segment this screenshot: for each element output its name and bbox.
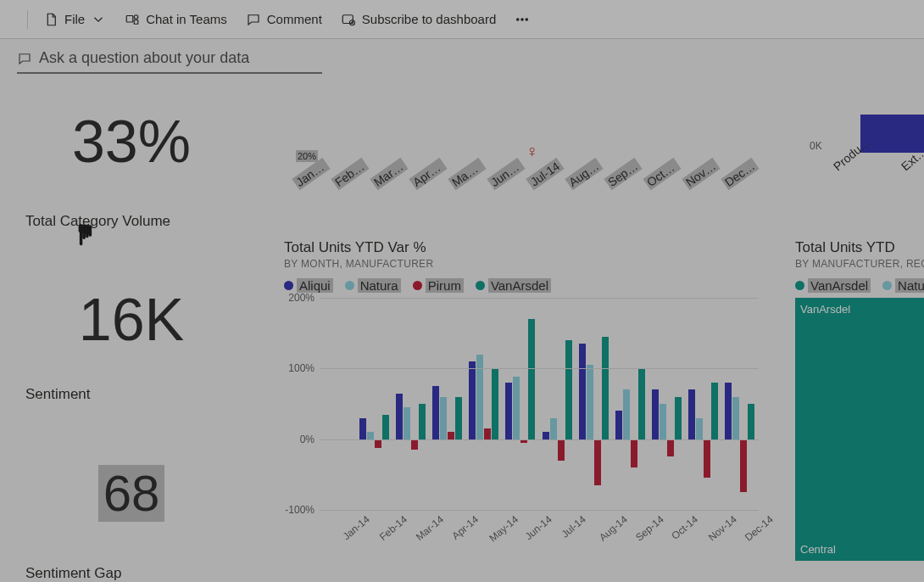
kpi-category-volume[interactable]: 33% Total Category Volume — [25, 108, 237, 230]
bar[interactable] — [667, 439, 674, 457]
bar[interactable] — [725, 383, 732, 439]
file-icon — [43, 12, 58, 27]
bar[interactable] — [375, 439, 381, 448]
subscribe-button[interactable]: Subscribe to dashboard — [341, 12, 496, 27]
bar[interactable] — [476, 355, 483, 439]
bar[interactable] — [505, 383, 512, 439]
x-tick: Feb-14 — [377, 513, 409, 543]
legend-item[interactable]: Pirum — [413, 278, 464, 293]
chart-subtitle: BY MANUFACTURER, REG… — [795, 258, 924, 270]
slicer-month[interactable]: May-… — [448, 158, 486, 190]
svg-point-5 — [521, 18, 523, 20]
treemap-tile-header[interactable]: Total Units YTD BY MANUFACTURER, REG… Va… — [795, 239, 924, 293]
bar[interactable] — [396, 394, 403, 439]
bar[interactable] — [732, 397, 739, 439]
slicer-month[interactable]: Sep-14 — [604, 158, 642, 190]
bar[interactable] — [558, 439, 565, 461]
svg-point-4 — [517, 18, 519, 20]
bar[interactable] — [565, 340, 572, 439]
slicer-month[interactable]: Jul-14 — [526, 158, 564, 190]
kpi-title: Sentiment Gap — [25, 565, 237, 582]
bar[interactable] — [469, 361, 476, 439]
chart-subtitle: BY MONTH, MANUFACTURER — [284, 258, 776, 270]
legend-item[interactable]: Natura — [882, 278, 924, 293]
legend-item[interactable]: Natura — [345, 278, 401, 293]
legend-label: Aliqui — [297, 278, 333, 293]
bar[interactable] — [404, 407, 410, 439]
qna-input[interactable]: Ask a question about your data — [17, 49, 322, 74]
chat-teams-button[interactable]: Chat in Teams — [125, 12, 227, 27]
bar-group — [576, 298, 612, 510]
slicer-month[interactable]: Oct-14 — [643, 158, 681, 190]
legend-item[interactable]: VanArsdel — [795, 278, 871, 293]
kpi-sentiment[interactable]: 16K Sentiment — [25, 286, 237, 403]
slicer-month[interactable]: Apr-14 — [409, 158, 447, 190]
command-bar: File Chat in Teams Comment Subscribe to … — [0, 0, 924, 39]
bar[interactable] — [359, 418, 366, 439]
slicer-axis-label: 20% — [296, 150, 318, 162]
bar[interactable] — [411, 439, 418, 450]
bar[interactable] — [448, 432, 454, 439]
svg-rect-2 — [342, 14, 353, 23]
bar[interactable] — [367, 432, 374, 439]
bar[interactable] — [602, 337, 609, 439]
bar[interactable] — [594, 439, 601, 485]
legend-swatch — [345, 281, 354, 290]
slicer-month[interactable]: Dec-14 — [721, 158, 759, 190]
bar[interactable] — [382, 415, 389, 439]
legend-item[interactable]: Aliqui — [284, 278, 333, 293]
bar[interactable] — [638, 368, 645, 439]
file-menu[interactable]: File — [43, 12, 106, 27]
goal-marker-icon: ♀ — [526, 142, 538, 161]
bar[interactable] — [631, 439, 637, 467]
bar[interactable] — [492, 368, 498, 439]
kpi-sentiment-gap[interactable]: 68 Sentiment Gap — [25, 464, 237, 582]
more-options-button[interactable] — [515, 12, 530, 27]
bar[interactable] — [740, 439, 747, 493]
bar[interactable] — [587, 365, 593, 439]
bar[interactable] — [623, 389, 630, 439]
bar[interactable] — [660, 404, 666, 439]
treemap-body[interactable]: VanArsdel Central — [795, 298, 924, 561]
bar[interactable] — [688, 389, 695, 439]
kpi-value: 33% — [25, 108, 237, 176]
bar[interactable] — [440, 397, 447, 439]
comment-button[interactable]: Comment — [246, 12, 322, 27]
x-tick: Apr-14 — [450, 513, 481, 542]
bar[interactable] — [550, 418, 557, 439]
bar[interactable] — [455, 397, 462, 439]
slicer-month[interactable]: Nov-… — [682, 158, 720, 190]
bar[interactable] — [711, 383, 718, 439]
slicer-month[interactable]: Jan-14 — [292, 158, 330, 190]
y-tick: 0% — [300, 434, 314, 445]
x-tick: Jan-14 — [340, 513, 371, 542]
slicer-month[interactable]: Jun-14 — [487, 158, 525, 190]
bar[interactable] — [579, 344, 586, 439]
x-tick: Oct-14 — [670, 513, 701, 542]
bar[interactable] — [652, 389, 659, 439]
month-slicer[interactable]: 20% ♀ Jan-14Feb-14Mar-14Apr-14May-…Jun-1… — [284, 125, 759, 201]
bar[interactable] — [696, 418, 703, 439]
bar[interactable] — [543, 432, 549, 439]
legend-item[interactable]: VanArsdel — [476, 278, 551, 293]
bar[interactable] — [432, 386, 439, 439]
bar[interactable] — [513, 377, 520, 439]
bar[interactable] — [528, 319, 535, 439]
slicer-month[interactable]: Mar-14 — [370, 158, 408, 190]
legend-swatch — [476, 281, 485, 290]
bar[interactable] — [704, 439, 710, 478]
bar[interactable] — [675, 397, 682, 439]
x-axis: Jan-14Feb-14Mar-14Apr-14May-14Jun-14Jul-… — [320, 510, 759, 535]
bar[interactable] — [419, 404, 426, 439]
var-chart-tile[interactable]: Total Units YTD Var % BY MONTH, MANUFACT… — [284, 239, 776, 535]
file-label: File — [64, 12, 85, 26]
slicer-month[interactable]: Feb-14 — [331, 158, 369, 190]
legend-swatch — [413, 281, 422, 290]
bar-group — [503, 298, 539, 510]
legend-label: Pirum — [426, 278, 464, 293]
bar[interactable] — [615, 411, 622, 439]
bar[interactable] — [748, 404, 754, 439]
slicer-month[interactable]: Aug-… — [565, 158, 603, 190]
expand-nav-button[interactable] — [10, 10, 28, 29]
bar[interactable] — [484, 428, 491, 439]
